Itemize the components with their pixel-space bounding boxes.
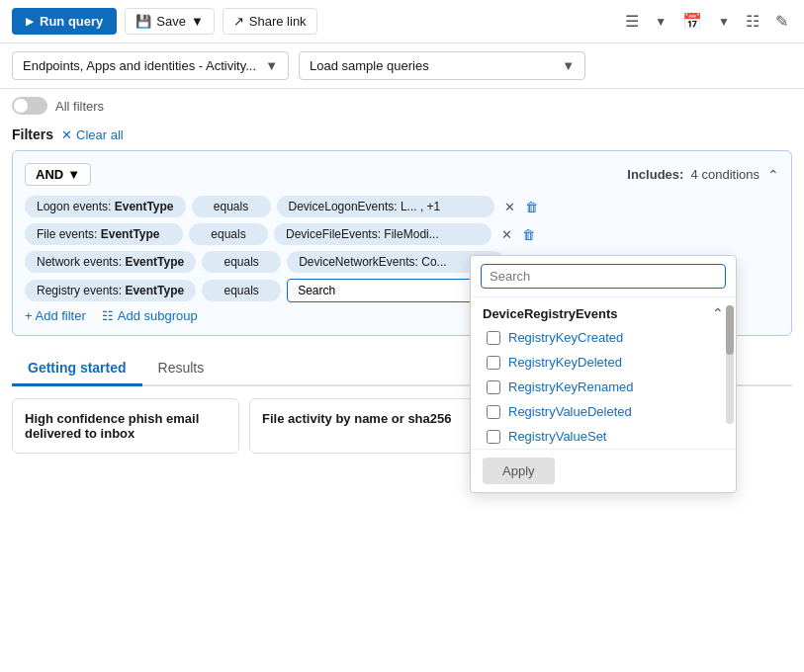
dropdown-checkbox-2[interactable] — [487, 380, 500, 394]
includes-label: Includes: 4 conditions — [627, 167, 759, 182]
close-x-icon: ✕ — [61, 127, 72, 142]
dropdown-item-label-1: RegistryKeyDeleted — [508, 355, 622, 370]
scrollbar-thumb — [726, 305, 734, 355]
clear-all-label: Clear all — [76, 127, 124, 142]
sample-queries-dropdown[interactable]: Load sample queries ▼ — [299, 51, 585, 80]
dropdown-checkbox-3[interactable] — [487, 405, 500, 419]
value-dropdown-overlay: DeviceRegistryEvents ⌃ RegistryKeyCreate… — [470, 255, 737, 493]
add-filter-label: + Add filter — [25, 308, 86, 323]
filter-row-1: File events: EventType equals DeviceFile… — [25, 223, 779, 245]
edit-icon-button[interactable]: ✎ — [771, 8, 792, 35]
filter-field-0[interactable]: Logon events: EventType — [25, 196, 186, 217]
add-subgroup-label: Add subgroup — [118, 308, 198, 323]
dropdown-search-box — [471, 256, 736, 297]
filters-row: Filters ✕ Clear all — [0, 123, 804, 150]
filter-field-2[interactable]: Network events: EventType — [25, 251, 196, 273]
source-dropdown-chevron: ▼ — [265, 58, 278, 73]
dropdown-item-4[interactable]: RegistryValueSet — [471, 424, 736, 449]
filter-value-0[interactable]: DeviceLogonEvents: L... , +1 — [277, 196, 494, 217]
run-query-label: Run query — [40, 14, 103, 29]
toggle-knob — [14, 99, 28, 113]
calendar-chevron-icon[interactable]: ▼ — [714, 11, 734, 33]
filter-area: AND ▼ Includes: 4 conditions ⌃ Logon eve… — [12, 150, 792, 336]
dropdown-item-label-0: RegistryKeyCreated — [508, 330, 623, 345]
calendar-button[interactable]: 📅 — [678, 8, 706, 35]
filter-op-2[interactable]: equals — [202, 251, 281, 273]
conditions-count: 4 conditions — [691, 167, 759, 182]
dropdown-item-label-4: RegistryValueSet — [508, 429, 606, 444]
dropdown-checkbox-1[interactable] — [487, 356, 500, 370]
filter-row-0: Logon events: EventType equals DeviceLog… — [25, 196, 779, 217]
dropdown-group-name: DeviceRegistryEvents — [483, 306, 618, 321]
all-filters-label: All filters — [55, 99, 104, 114]
dropdown-collapse-button[interactable]: ⌃ — [712, 305, 724, 321]
filter-field-3[interactable]: Registry events: EventType — [25, 280, 196, 301]
filter-header: AND ▼ Includes: 4 conditions ⌃ — [25, 163, 779, 186]
save-label: Save — [156, 14, 186, 29]
apply-button[interactable]: Apply — [483, 458, 555, 484]
remove-row-0-button[interactable]: ✕ — [500, 198, 519, 216]
run-query-button[interactable]: ▶ Run query — [12, 8, 117, 35]
save-chevron-icon: ▼ — [191, 14, 204, 29]
save-button[interactable]: 💾 Save ▼ — [125, 8, 215, 35]
filter-value-1[interactable]: DeviceFileEvents: FileModi... — [274, 223, 491, 245]
sample-queries-chevron: ▼ — [562, 58, 575, 73]
delete-row-0-button[interactable]: 🗑 — [525, 200, 538, 214]
subgroup-icon: ☷ — [102, 308, 114, 323]
tab-getting-started-label: Getting started — [28, 360, 127, 376]
tab-results-label: Results — [158, 360, 205, 376]
dropdowns-row: Endpoints, Apps and identities - Activit… — [0, 43, 804, 89]
filter-op-3[interactable]: equals — [202, 280, 281, 301]
filters-label: Filters — [12, 126, 53, 142]
delete-row-1-button[interactable]: 🗑 — [522, 227, 535, 242]
save-icon: 💾 — [135, 14, 151, 29]
source-dropdown[interactable]: Endpoints, Apps and identities - Activit… — [12, 51, 289, 80]
includes-text: Includes: — [627, 167, 683, 182]
chevron-list-icon[interactable]: ▼ — [651, 11, 670, 33]
sample-queries-value: Load sample queries — [310, 58, 429, 73]
filter-field-1[interactable]: File events: EventType — [25, 223, 183, 245]
dropdown-item-3[interactable]: RegistryValueDeleted — [471, 399, 736, 424]
dropdown-item-1[interactable]: RegistryKeyDeleted — [471, 350, 736, 375]
dropdown-search-input[interactable] — [481, 264, 726, 289]
source-dropdown-value: Endpoints, Apps and identities - Activit… — [23, 58, 256, 73]
filter-op-1[interactable]: equals — [189, 223, 268, 245]
add-filter-button[interactable]: + Add filter — [25, 308, 86, 323]
dropdown-group-header: DeviceRegistryEvents ⌃ — [471, 297, 736, 325]
share-icon: ↗ — [233, 14, 244, 29]
table-icon-button[interactable]: ☷ — [742, 8, 763, 35]
dropdown-checkbox-0[interactable] — [487, 331, 500, 345]
clear-all-button[interactable]: ✕ Clear all — [61, 127, 124, 142]
list-view-button[interactable]: ☰ — [621, 8, 643, 35]
collapse-button[interactable]: ⌃ — [767, 167, 779, 183]
dropdown-item-label-2: RegistryKeyRenamed — [508, 379, 633, 394]
card-0-title: High confidence phish email delivered to… — [25, 411, 199, 441]
top-right-actions: ☰ ▼ 📅 ▼ ☷ ✎ — [621, 8, 792, 35]
and-label: AND — [36, 167, 63, 182]
share-link-label: Share link — [249, 14, 307, 29]
tab-results[interactable]: Results — [142, 352, 221, 386]
and-chevron-icon: ▼ — [67, 167, 80, 182]
filter-op-0[interactable]: equals — [192, 196, 271, 217]
card-1[interactable]: File activity by name or sha256 — [249, 398, 477, 454]
card-1-title: File activity by name or sha256 — [262, 411, 451, 426]
dropdown-footer: Apply — [471, 449, 736, 492]
all-filters-row: All filters — [0, 89, 804, 123]
play-icon: ▶ — [26, 16, 34, 27]
remove-row-1-button[interactable]: ✕ — [497, 225, 516, 244]
dropdown-checkbox-4[interactable] — [487, 430, 500, 444]
add-subgroup-button[interactable]: ☷ Add subgroup — [102, 308, 198, 323]
share-link-button[interactable]: ↗ Share link — [223, 8, 317, 35]
dropdown-item-0[interactable]: RegistryKeyCreated — [471, 325, 736, 350]
all-filters-toggle[interactable] — [12, 97, 47, 115]
dropdown-item-label-3: RegistryValueDeleted — [508, 404, 632, 419]
and-operator-button[interactable]: AND ▼ — [25, 163, 91, 186]
dropdown-scrollbar[interactable] — [726, 305, 734, 424]
dropdown-item-2[interactable]: RegistryKeyRenamed — [471, 375, 736, 399]
card-0[interactable]: High confidence phish email delivered to… — [12, 398, 239, 454]
top-bar: ▶ Run query 💾 Save ▼ ↗ Share link ☰ ▼ 📅 … — [0, 0, 804, 43]
tab-getting-started[interactable]: Getting started — [12, 352, 142, 386]
